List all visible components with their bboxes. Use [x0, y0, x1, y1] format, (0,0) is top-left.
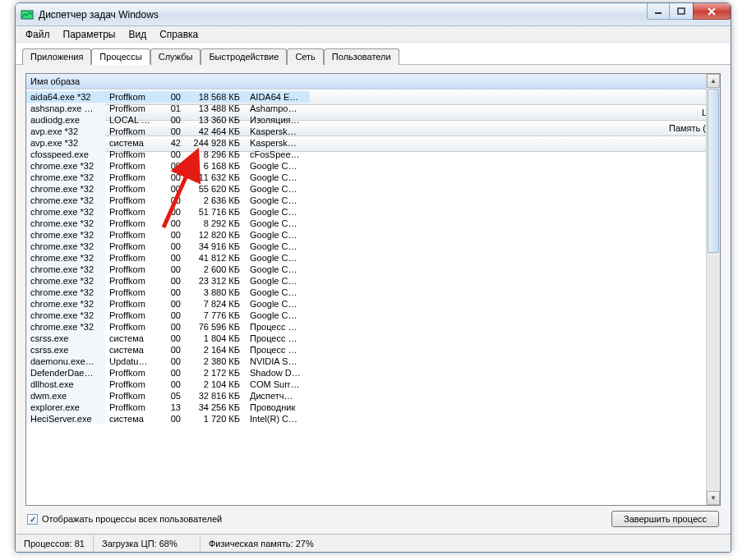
table-cell[interactable]: Google C…: [246, 218, 310, 229]
table-cell[interactable]: Проводник: [246, 402, 310, 413]
table-cell[interactable]: NVIDIA S…: [246, 356, 310, 367]
scroll-down-button[interactable]: ▼: [707, 491, 720, 505]
table-cell[interactable]: 2 172 КБ: [187, 367, 246, 379]
table-cell[interactable]: dwm.exe: [26, 390, 105, 402]
table-cell[interactable]: Proffkom: [105, 264, 157, 275]
vertical-scrollbar[interactable]: ▲ ▼: [706, 74, 720, 505]
table-cell[interactable]: chrome.exe *32: [26, 160, 105, 172]
table-cell[interactable]: система: [105, 413, 157, 425]
table-cell[interactable]: 34 256 КБ: [187, 402, 246, 413]
table-cell[interactable]: 13: [157, 402, 187, 413]
table-cell[interactable]: Proffkom: [105, 310, 157, 321]
table-cell[interactable]: HeciServer.exe: [26, 413, 105, 425]
table-cell[interactable]: Proffkom: [105, 321, 157, 333]
table-cell[interactable]: Proffkom: [105, 206, 157, 218]
tab-processes[interactable]: Процессы: [91, 48, 150, 65]
table-cell[interactable]: 00: [157, 241, 187, 252]
tab-users[interactable]: Пользователи: [324, 48, 399, 65]
table-cell[interactable]: daemonu.exe…: [26, 356, 105, 367]
table-cell[interactable]: 55 620 КБ: [187, 183, 246, 195]
table-cell[interactable]: 00: [157, 183, 187, 195]
table-cell[interactable]: 05: [157, 390, 187, 402]
maximize-button[interactable]: [670, 3, 693, 20]
table-cell[interactable]: 1 804 КБ: [187, 333, 246, 344]
table-cell[interactable]: chrome.exe *32: [26, 252, 105, 264]
table-cell[interactable]: Proffkom: [105, 275, 157, 287]
table-cell[interactable]: Google C…: [246, 160, 310, 172]
table-cell[interactable]: 2 380 КБ: [187, 356, 246, 367]
table-cell[interactable]: Shadow D…: [246, 367, 310, 379]
table-cell[interactable]: Proffkom: [105, 252, 157, 264]
table-cell[interactable]: Proffkom: [105, 103, 157, 114]
table-cell[interactable]: LOCAL …: [105, 114, 157, 126]
table-cell[interactable]: 00: [157, 275, 187, 287]
table-cell[interactable]: Proffkom: [105, 126, 157, 137]
end-process-button[interactable]: Завершить процесс: [611, 511, 719, 527]
menu-help[interactable]: Справка: [153, 27, 205, 42]
table-cell[interactable]: 00: [157, 206, 187, 218]
table-cell[interactable]: Ashampo…: [246, 103, 310, 114]
table-cell[interactable]: Google C…: [246, 275, 310, 287]
table-cell[interactable]: 76 596 КБ: [187, 321, 246, 333]
table-cell[interactable]: Google C…: [246, 264, 310, 275]
table-cell[interactable]: cfosspeed.exe: [26, 149, 105, 160]
table-cell[interactable]: 2 636 КБ: [187, 195, 246, 206]
table-cell[interactable]: Proffkom: [105, 218, 157, 229]
table-cell[interactable]: chrome.exe *32: [26, 172, 105, 183]
table-cell[interactable]: chrome.exe *32: [26, 287, 105, 298]
table-cell[interactable]: 00: [157, 413, 187, 425]
table-cell[interactable]: DefenderDae…: [26, 367, 105, 379]
table-cell[interactable]: COM Surr…: [246, 379, 310, 390]
table-cell[interactable]: ashsnap.exe …: [26, 103, 105, 114]
table-cell[interactable]: 244 928 КБ: [187, 137, 246, 149]
table-cell[interactable]: 51 716 КБ: [187, 206, 246, 218]
table-cell[interactable]: 7 776 КБ: [187, 310, 246, 321]
table-cell[interactable]: 00: [157, 91, 187, 103]
table-cell[interactable]: 00: [157, 333, 187, 344]
table-cell[interactable]: Google C…: [246, 183, 310, 195]
minimize-button[interactable]: [647, 3, 670, 20]
col-image-name[interactable]: Имя образа: [26, 74, 720, 90]
table-cell[interactable]: 12 820 КБ: [187, 229, 246, 241]
table-cell[interactable]: 3 880 КБ: [187, 287, 246, 298]
table-cell[interactable]: Google C…: [246, 195, 310, 206]
table-cell[interactable]: Google C…: [246, 229, 310, 241]
table-cell[interactable]: Google C…: [246, 241, 310, 252]
table-cell[interactable]: 8 292 КБ: [187, 218, 246, 229]
table-cell[interactable]: Kaspersk…: [246, 137, 310, 149]
process-list[interactable]: Имя образа Пользо… ЦП Память (… Описание…: [25, 73, 721, 506]
table-cell[interactable]: audiodg.exe: [26, 114, 105, 126]
table-cell[interactable]: Диспетч…: [246, 390, 310, 402]
table-cell[interactable]: 7 824 КБ: [187, 298, 246, 310]
table-cell[interactable]: 8 296 КБ: [187, 149, 246, 160]
table-cell[interactable]: 00: [157, 160, 187, 172]
table-cell[interactable]: 01: [157, 103, 187, 114]
table-cell[interactable]: 00: [157, 114, 187, 126]
menu-view[interactable]: Вид: [122, 27, 153, 42]
table-cell[interactable]: chrome.exe *32: [26, 229, 105, 241]
table-cell[interactable]: 00: [157, 172, 187, 183]
table-cell[interactable]: avp.exe *32: [26, 126, 105, 137]
table-cell[interactable]: 00: [157, 218, 187, 229]
table-cell[interactable]: система: [105, 344, 157, 356]
table-cell[interactable]: Proffkom: [105, 287, 157, 298]
table-cell[interactable]: Proffkom: [105, 149, 157, 160]
table-cell[interactable]: 42 464 КБ: [187, 126, 246, 137]
table-cell[interactable]: 42: [157, 137, 187, 149]
table-cell[interactable]: 00: [157, 126, 187, 137]
table-cell[interactable]: Процесс …: [246, 344, 310, 356]
table-cell[interactable]: chrome.exe *32: [26, 321, 105, 333]
table-cell[interactable]: Proffkom: [105, 183, 157, 195]
scroll-thumb[interactable]: [708, 89, 719, 253]
table-cell[interactable]: Proffkom: [105, 390, 157, 402]
table-cell[interactable]: Proffkom: [105, 172, 157, 183]
table-cell[interactable]: Proffkom: [105, 367, 157, 379]
table-cell[interactable]: Google C…: [246, 310, 310, 321]
table-cell[interactable]: 00: [157, 252, 187, 264]
table-cell[interactable]: 00: [157, 287, 187, 298]
table-cell[interactable]: Updatu…: [105, 356, 157, 367]
table-cell[interactable]: система: [105, 137, 157, 149]
table-cell[interactable]: explorer.exe: [26, 402, 105, 413]
table-cell[interactable]: AIDA64 E…: [246, 91, 310, 103]
table-cell[interactable]: csrss.exe: [26, 344, 105, 356]
